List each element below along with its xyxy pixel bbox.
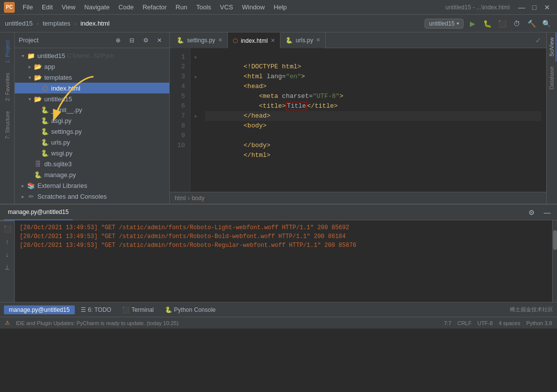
run-configuration[interactable]: untitled15 ▾ (425, 19, 464, 29)
search-everywhere-icon[interactable]: 🔍 (540, 18, 552, 30)
encoding[interactable]: UTF-8 (477, 320, 493, 326)
menu-file[interactable]: File (19, 2, 37, 12)
taskbar-python-console[interactable]: 🐍 Python Console (160, 305, 221, 314)
tree-item-init[interactable]: 🐍 __init__.py (15, 104, 169, 115)
breadcrumb-project[interactable]: untitled15 (5, 20, 32, 27)
taskbar: manage.py@untitled15 ☰ 6: TODO ⬛ Termina… (0, 302, 557, 317)
terminal-scrollbar[interactable] (552, 220, 557, 302)
tree-label-init: __init__.py (51, 106, 82, 114)
fold-icon-7[interactable]: ▾ (190, 111, 200, 121)
menu-window[interactable]: Window (238, 2, 269, 12)
cursor-position[interactable]: 7:7 (444, 320, 451, 326)
bottom-tab-manage[interactable]: manage.py@untitled15 (4, 205, 73, 220)
bottom-panel-header: manage.py@untitled15 ⚙ — (0, 205, 557, 220)
arrow-icon (19, 194, 27, 199)
tree-item-scratches[interactable]: ✏ Scratches and Consoles (15, 191, 169, 202)
close-tab-html[interactable]: ✕ (271, 37, 275, 44)
tab-settings-py[interactable]: 🐍 settings.py ✕ (172, 32, 228, 48)
stop-button[interactable]: ⬛ (2, 223, 13, 234)
taskbar-terminal[interactable]: ⬛ Terminal (117, 305, 158, 314)
tree-item-indexhtml[interactable]: ⬡ index.html (15, 83, 169, 93)
debug-button[interactable]: 🐛 (481, 18, 493, 30)
arrow-icon (26, 96, 33, 102)
indent-setting[interactable]: 4 spaces (498, 320, 520, 326)
build-button[interactable]: 🔨 (526, 18, 537, 30)
tree-label-extlibs: External Libraries (37, 182, 87, 189)
tab-icon-settings: 🐍 (177, 37, 184, 44)
sciview-tab[interactable]: SciView (548, 32, 557, 61)
status-right: 7:7 CRLF UTF-8 4 spaces Python 3.8 (444, 320, 552, 326)
close-button[interactable]: ✕ (541, 1, 553, 13)
taskbar-manage[interactable]: manage.py@untitled15 (4, 305, 75, 314)
collapse-all-icon[interactable]: ⊟ (126, 34, 138, 46)
tree-item-urls[interactable]: 🐍 urls.py (15, 137, 169, 148)
maximize-button[interactable]: □ (528, 1, 540, 13)
arrow-icon (19, 183, 27, 188)
tree-item-app[interactable]: 📂 app (15, 61, 169, 72)
minimize-button[interactable]: — (516, 1, 527, 13)
tree-item-manage[interactable]: 🐍 manage.py (15, 169, 169, 180)
tree-label-asgi: asgi.py (51, 117, 71, 124)
menu-vcs[interactable]: VCS (216, 2, 237, 12)
status-warning-icon: ⚠ (5, 320, 10, 326)
terminal-output: [28/Oct/2021 13:49:53] "GET /static/admi… (15, 220, 552, 302)
scroll-down-icon[interactable]: ↓ (2, 249, 13, 260)
code-editor[interactable]: 1 2 3 4 5 6 7 8 9 10 ▾ ▾ ▾ (170, 48, 546, 192)
database-tab[interactable]: Database (548, 61, 557, 94)
tab-index-html[interactable]: ⬡ index.html ✕ (228, 32, 280, 48)
check-icon: ✓ (532, 34, 544, 46)
breadcrumb-file[interactable]: index.html (80, 20, 109, 27)
python-version[interactable]: Python 3.8 (526, 320, 552, 326)
close-tab-urls[interactable]: ✕ (316, 37, 320, 43)
tab-label-indexhtml: index.html (241, 37, 268, 44)
tree-label-scratches: Scratches and Consoles (37, 193, 107, 200)
locate-file-icon[interactable]: ⊕ (112, 34, 124, 46)
tree-item-extlibs[interactable]: 📚 External Libraries (15, 180, 169, 191)
right-panel-tabs: SciView Database (546, 32, 557, 204)
menu-help[interactable]: Help (270, 2, 291, 12)
fold-icon-1[interactable]: ▾ (190, 52, 200, 62)
project-tab[interactable]: 1: Project (3, 36, 11, 67)
gutter: ▾ ▾ ▾ (190, 48, 200, 192)
tree-label-indexhtml: index.html (51, 85, 80, 92)
pin-icon[interactable]: ⊥ (2, 262, 13, 272)
menu-run[interactable]: Run (172, 2, 191, 12)
favorites-tab[interactable]: 2: Favorites (3, 69, 11, 105)
settings-icon[interactable]: ⚙ (140, 34, 152, 46)
profile-button[interactable]: ⏱ (511, 18, 523, 30)
code-content[interactable]: <!DOCTYPE html> <html lang="en"> <head> … (200, 48, 546, 192)
close-tab-settings[interactable]: ✕ (218, 37, 222, 43)
coverage-button[interactable]: ⬛ (496, 18, 508, 30)
settings-gear-icon[interactable]: ⚙ (526, 207, 537, 218)
breadcrumb-body[interactable]: body (192, 195, 205, 202)
tree-item-root[interactable]: 📁 untitled15 C:\Users\...52\Pych (15, 50, 169, 61)
taskbar-todo[interactable]: ☰ 6: TODO (76, 305, 117, 314)
scrollbar-thumb[interactable] (553, 230, 557, 250)
tree-item-wsgi[interactable]: 🐍 wsgi.py (15, 148, 169, 158)
tree-item-asgi[interactable]: 🐍 asgi.py (15, 115, 169, 126)
tab-urls-py[interactable]: 🐍 urls.py ✕ (280, 32, 326, 48)
breadcrumb-html[interactable]: html (175, 195, 186, 202)
scroll-up-icon[interactable]: ↑ (2, 236, 13, 247)
menu-code[interactable]: Code (115, 2, 138, 12)
sidebar-actions: ⊕ ⊟ ⚙ ✕ (112, 34, 165, 46)
menu-navigate[interactable]: Navigate (80, 2, 113, 12)
menu-tools[interactable]: Tools (192, 2, 215, 12)
run-button[interactable]: ▶ (466, 18, 478, 30)
menu-edit[interactable]: Edit (38, 2, 57, 12)
statusbar: ⚠ IDE and Plugin Updates: PyCharm is rea… (0, 317, 557, 329)
tree-item-untitled15sub[interactable]: 📂 untitled15 (15, 93, 169, 104)
tree-item-templates[interactable]: 📂 templates (15, 72, 169, 83)
tree-label-templates: templates (44, 74, 72, 81)
breadcrumb-templates[interactable]: templates (43, 20, 70, 27)
structure-tab[interactable]: 7: Structure (3, 107, 11, 143)
fold-icon-3[interactable]: ▾ (190, 72, 200, 82)
menu-view[interactable]: View (58, 2, 79, 12)
line-ending[interactable]: CRLF (457, 320, 471, 326)
tree-item-db[interactable]: 🗄 db.sqlite3 (15, 158, 169, 169)
close-sidebar-icon[interactable]: ✕ (154, 34, 165, 46)
tree-item-settings[interactable]: 🐍 settings.py (15, 126, 169, 137)
menu-refactor[interactable]: Refactor (139, 2, 171, 12)
code-line-9: </body> (205, 131, 541, 141)
minimize-panel-icon[interactable]: — (541, 207, 553, 218)
